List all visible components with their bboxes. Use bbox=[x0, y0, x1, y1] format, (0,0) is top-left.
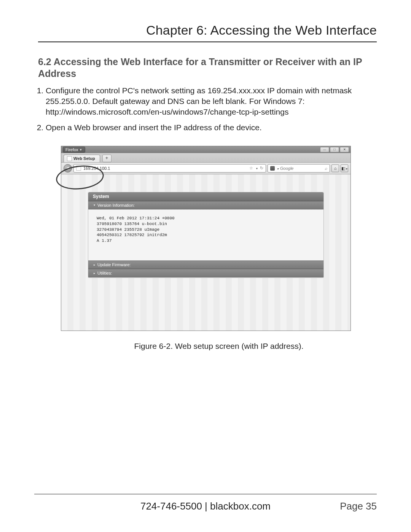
minimize-button[interactable]: — bbox=[320, 147, 329, 152]
chapter-title: Chapter 6: Accessing the Web Interface bbox=[38, 23, 377, 42]
window-titlebar: Firefox — □ ✕ bbox=[61, 146, 350, 153]
new-tab-button[interactable]: + bbox=[102, 155, 112, 162]
firefox-window: Firefox — □ ✕ Web Setup + ◄ bbox=[61, 146, 351, 331]
bookmark-star-icon[interactable]: ☆ bbox=[249, 166, 253, 171]
home-button[interactable]: ⌂ bbox=[331, 165, 339, 172]
version-info-content: Wed, 01 Feb 2012 17:31:24 +0800 37059180… bbox=[88, 209, 323, 260]
url-favicon-icon bbox=[76, 166, 81, 171]
url-input[interactable]: 169.254.100.1 ☆ ↻ bbox=[73, 164, 266, 173]
tab-web-setup[interactable]: Web Setup bbox=[64, 155, 100, 162]
step-1: Configure the control PC's network setti… bbox=[46, 85, 377, 118]
accordion-utilities[interactable]: Utilities: bbox=[88, 269, 323, 277]
tab-label: Web Setup bbox=[73, 156, 95, 161]
chevron-right-icon bbox=[94, 263, 95, 267]
close-button[interactable]: ✕ bbox=[340, 147, 349, 152]
panel-title: System bbox=[88, 192, 323, 201]
firefox-app-button[interactable]: Firefox bbox=[63, 147, 85, 153]
chevron-right-icon bbox=[94, 272, 95, 275]
accordion-label: Update Firmware: bbox=[97, 262, 131, 267]
page-number: Page 35 bbox=[340, 500, 377, 512]
page-footer: 724-746-5500 | blackbox.com Page 35 bbox=[34, 494, 377, 512]
window-controls: — □ ✕ bbox=[320, 147, 349, 152]
chevron-down-icon bbox=[94, 203, 95, 207]
maximize-button[interactable]: □ bbox=[330, 147, 339, 152]
google-icon bbox=[270, 166, 275, 171]
search-go-icon[interactable]: ⌕ bbox=[325, 166, 327, 171]
accordion-label: Version Information: bbox=[97, 203, 135, 208]
url-text: 169.254.100.1 bbox=[83, 166, 110, 171]
search-engine-dropdown-icon[interactable] bbox=[276, 166, 279, 171]
tab-bar: Web Setup + bbox=[61, 153, 350, 163]
accordion-version-info[interactable]: Version Information: bbox=[88, 201, 323, 209]
bookmarks-menu-button[interactable]: ◧ bbox=[341, 165, 348, 172]
tab-favicon-icon bbox=[67, 156, 72, 161]
accordion-update-firmware[interactable]: Update Firmware: bbox=[88, 260, 323, 269]
system-panel: System Version Information: Wed, 01 Feb … bbox=[88, 192, 324, 278]
step-2: Open a Web browser and insert the IP add… bbox=[46, 122, 377, 133]
accordion-label: Utilities: bbox=[97, 271, 112, 275]
address-toolbar: ◄ 169.254.100.1 ☆ ↻ Google ⌕ ⌂ bbox=[61, 163, 350, 174]
search-input[interactable]: Google ⌕ bbox=[268, 164, 330, 173]
figure-6-2: Firefox — □ ✕ Web Setup + ◄ bbox=[61, 146, 377, 351]
page-viewport: System Version Information: Wed, 01 Feb … bbox=[61, 174, 350, 331]
instruction-list: Configure the control PC's network setti… bbox=[38, 85, 377, 133]
reload-icon[interactable]: ↻ bbox=[260, 166, 263, 171]
section-title: 6.2 Accessing the Web Interface for a Tr… bbox=[38, 56, 377, 80]
back-button[interactable]: ◄ bbox=[64, 164, 72, 173]
figure-caption: Figure 6-2. Web setup screen (with IP ad… bbox=[61, 342, 377, 351]
dropdown-icon[interactable] bbox=[255, 166, 258, 171]
footer-contact: 724-746-5500 | blackbox.com bbox=[34, 500, 377, 512]
search-placeholder: Google bbox=[280, 166, 293, 171]
